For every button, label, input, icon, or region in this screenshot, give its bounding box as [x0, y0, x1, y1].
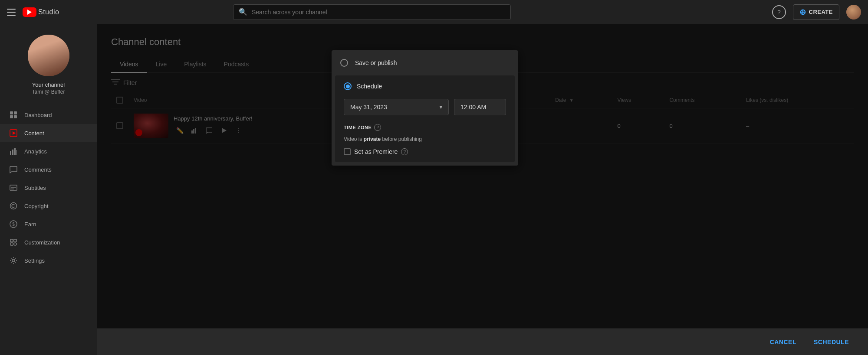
svg-rect-10 — [10, 185, 17, 190]
search-bar[interactable]: 🔍 — [233, 4, 511, 20]
svg-text:$: $ — [12, 222, 15, 227]
svg-marker-5 — [13, 131, 16, 135]
svg-rect-17 — [14, 239, 16, 242]
save-publish-radio[interactable] — [340, 59, 348, 67]
subtitles-label: Subtitles — [24, 185, 46, 191]
timezone-label: TIME ZONE — [344, 125, 372, 130]
date-input[interactable]: May 31, 2023 — [344, 99, 449, 115]
channel-profile: Your channel Tami @ Buffer — [0, 24, 97, 102]
cancel-button[interactable]: CANCEL — [765, 335, 802, 349]
youtube-logo-icon — [23, 7, 36, 17]
modal-footer: CANCEL SCHEDULE — [97, 329, 868, 355]
svg-rect-3 — [14, 115, 17, 118]
private-note-prefix: Video is — [344, 136, 364, 142]
schedule-button[interactable]: SCHEDULE — [809, 335, 854, 349]
header: Studio 🔍 ? ⊕ CREATE — [0, 0, 868, 24]
premiere-row: Set as Premiere ? — [344, 148, 506, 155]
svg-rect-9 — [16, 150, 17, 155]
help-icon[interactable]: ? — [772, 5, 786, 19]
sidebar-item-customization[interactable]: Customization — [0, 233, 97, 251]
header-left: Studio — [7, 7, 102, 17]
copyright-icon — [9, 201, 18, 211]
time-input[interactable] — [454, 99, 506, 115]
create-label: CREATE — [809, 9, 833, 15]
schedule-radio-inner — [346, 85, 350, 88]
customization-label: Customization — [24, 239, 60, 246]
save-publish-option[interactable]: Save or publish — [332, 50, 518, 75]
svg-rect-0 — [10, 111, 13, 114]
date-value: May 31, 2023 — [350, 104, 387, 111]
svg-rect-18 — [10, 243, 13, 245]
sidebar: Your channel Tami @ Buffer Dashboard — [0, 24, 97, 355]
avatar[interactable] — [846, 5, 861, 20]
svg-rect-16 — [10, 239, 13, 242]
svg-rect-6 — [10, 151, 11, 155]
settings-icon — [9, 256, 18, 265]
timezone-info-icon[interactable]: ? — [374, 124, 381, 131]
modal-overlay: Save or publish Schedule May 31, 2023 ▼ — [97, 24, 868, 355]
private-note: Video is private before publishing — [344, 136, 506, 142]
sidebar-item-subtitles[interactable]: Subtitles — [0, 179, 97, 197]
schedule-inputs: May 31, 2023 ▼ — [344, 99, 506, 115]
schedule-label: Schedule — [357, 83, 382, 90]
sidebar-item-copyright[interactable]: Copyright — [0, 197, 97, 215]
channel-avatar-image — [28, 35, 69, 76]
private-bold: private — [364, 136, 381, 142]
timezone-row: TIME ZONE ? — [344, 124, 506, 131]
sidebar-item-analytics[interactable]: Analytics — [0, 142, 97, 160]
hamburger-icon[interactable] — [7, 7, 17, 17]
avatar-image — [846, 5, 861, 20]
customization-icon — [9, 238, 18, 247]
save-publish-panel: Save or publish Schedule May 31, 2023 ▼ — [332, 50, 518, 166]
sidebar-item-dashboard[interactable]: Dashboard — [0, 106, 97, 124]
channel-avatar[interactable] — [28, 35, 69, 76]
svg-rect-7 — [12, 150, 13, 155]
content-label: Content — [24, 130, 44, 137]
earn-icon: $ — [9, 219, 18, 229]
create-icon: ⊕ — [799, 7, 806, 17]
copyright-label: Copyright — [24, 203, 49, 209]
svg-rect-2 — [10, 115, 13, 118]
premiere-info-icon[interactable]: ? — [401, 148, 408, 155]
dashboard-label: Dashboard — [24, 112, 52, 118]
studio-text: Studio — [38, 8, 59, 16]
header-right: ? ⊕ CREATE — [772, 4, 861, 20]
schedule-option-panel: Schedule May 31, 2023 ▼ TIME ZONE ? Vide — [335, 75, 515, 162]
sidebar-nav: Dashboard Content — [0, 102, 97, 273]
analytics-icon — [9, 147, 18, 156]
svg-rect-1 — [14, 111, 17, 114]
search-icon: 🔍 — [239, 8, 247, 16]
dashboard-icon — [9, 110, 18, 120]
search-input[interactable] — [252, 9, 505, 16]
sidebar-item-comments[interactable]: Comments — [0, 160, 97, 179]
analytics-label: Analytics — [24, 148, 47, 155]
subtitles-icon — [9, 183, 18, 192]
svg-rect-8 — [14, 148, 16, 155]
sidebar-item-earn[interactable]: $ Earn — [0, 215, 97, 233]
date-input-wrap: May 31, 2023 ▼ — [344, 99, 449, 115]
earn-label: Earn — [24, 221, 36, 228]
svg-point-13 — [10, 203, 17, 209]
time-input-wrap — [454, 99, 506, 115]
channel-handle: Tami @ Buffer — [32, 89, 65, 95]
private-note-suffix: before publishing — [381, 136, 422, 142]
settings-label: Settings — [24, 257, 45, 264]
logo[interactable]: Studio — [23, 7, 59, 17]
sidebar-item-settings[interactable]: Settings — [0, 251, 97, 270]
schedule-radio[interactable] — [344, 82, 352, 90]
content-icon — [9, 128, 18, 138]
comments-label: Comments — [24, 166, 52, 173]
channel-name: Your channel — [32, 81, 65, 88]
premiere-label: Set as Premiere — [354, 148, 398, 155]
sidebar-item-content[interactable]: Content — [0, 124, 97, 142]
premiere-checkbox[interactable] — [344, 148, 351, 155]
schedule-header: Schedule — [344, 82, 506, 90]
comments-icon — [9, 165, 18, 174]
svg-point-19 — [14, 243, 16, 245]
save-publish-label: Save or publish — [355, 59, 397, 66]
create-button[interactable]: ⊕ CREATE — [793, 4, 839, 20]
